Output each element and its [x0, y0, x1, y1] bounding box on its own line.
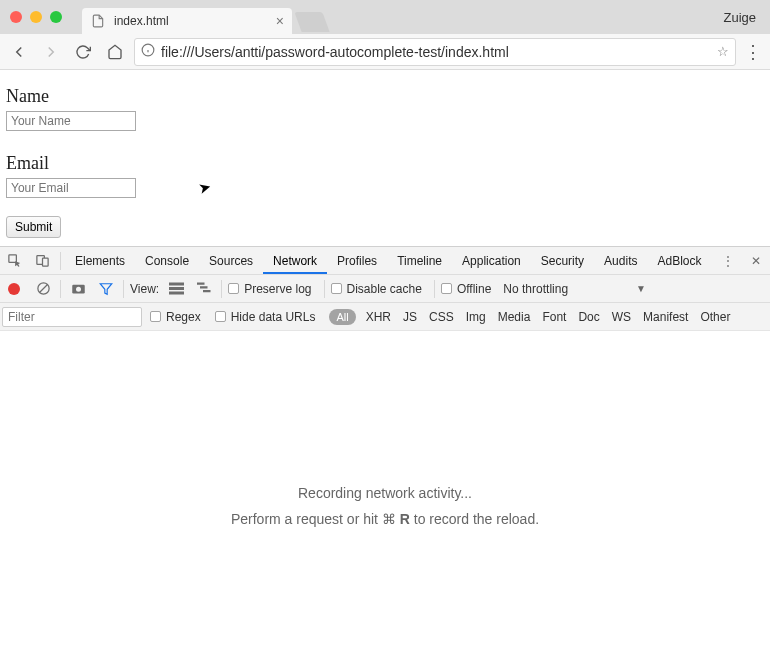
- tab-network[interactable]: Network: [263, 247, 327, 274]
- window-titlebar: index.html × Zuige: [0, 0, 770, 34]
- file-icon: [90, 13, 106, 29]
- submit-button[interactable]: Submit: [6, 216, 61, 238]
- filter-doc[interactable]: Doc: [576, 308, 601, 326]
- window-close-button[interactable]: [10, 11, 22, 23]
- tab-profiles[interactable]: Profiles: [327, 247, 387, 274]
- reload-button[interactable]: [70, 39, 96, 65]
- window-traffic-lights: [0, 11, 62, 23]
- filter-icon[interactable]: [95, 282, 117, 296]
- tab-adblock[interactable]: AdBlock: [647, 247, 711, 274]
- filter-xhr[interactable]: XHR: [364, 308, 393, 326]
- profile-name[interactable]: Zuige: [723, 10, 756, 25]
- bookmark-star-icon[interactable]: ☆: [717, 44, 729, 59]
- filter-all[interactable]: All: [329, 309, 355, 325]
- filter-input[interactable]: [2, 307, 142, 327]
- large-rows-icon[interactable]: [165, 282, 187, 295]
- svg-point-9: [76, 287, 81, 292]
- name-label: Name: [6, 86, 764, 107]
- filter-manifest[interactable]: Manifest: [641, 308, 690, 326]
- network-empty-state: Recording network activity... Perform a …: [0, 331, 770, 669]
- tab-sources[interactable]: Sources: [199, 247, 263, 274]
- waterfall-view-icon[interactable]: [193, 282, 215, 295]
- tab-application[interactable]: Application: [452, 247, 531, 274]
- view-label: View:: [130, 282, 159, 296]
- svg-rect-5: [42, 258, 48, 266]
- filter-ws[interactable]: WS: [610, 308, 633, 326]
- offline-checkbox[interactable]: Offline: [441, 282, 491, 296]
- name-input[interactable]: [6, 111, 136, 131]
- tab-audits[interactable]: Audits: [594, 247, 647, 274]
- filter-css[interactable]: CSS: [427, 308, 456, 326]
- svg-line-7: [39, 285, 47, 293]
- svg-rect-16: [203, 290, 211, 292]
- browser-tab-active[interactable]: index.html ×: [82, 8, 292, 34]
- svg-rect-13: [169, 292, 184, 295]
- devtools-close-icon[interactable]: ✕: [742, 254, 770, 268]
- url-text: file:///Users/antti/password-autocomplet…: [161, 44, 711, 60]
- svg-rect-14: [197, 283, 205, 285]
- capture-screenshot-icon[interactable]: [67, 282, 89, 295]
- chevron-down-icon: ▼: [636, 283, 646, 294]
- email-label: Email: [6, 153, 764, 174]
- network-toolbar: View: Preserve log Disable cache Offline…: [0, 275, 770, 303]
- home-button[interactable]: [102, 39, 128, 65]
- window-minimize-button[interactable]: [30, 11, 42, 23]
- back-button[interactable]: [6, 39, 32, 65]
- tab-close-icon[interactable]: ×: [276, 13, 284, 29]
- browser-tabstrip: index.html ×: [82, 0, 326, 34]
- filter-img[interactable]: Img: [464, 308, 488, 326]
- filter-other[interactable]: Other: [698, 308, 732, 326]
- svg-rect-15: [200, 286, 208, 288]
- window-zoom-button[interactable]: [50, 11, 62, 23]
- filter-font[interactable]: Font: [540, 308, 568, 326]
- browser-menu-button[interactable]: ⋮: [742, 41, 764, 63]
- devtools: Elements Console Sources Network Profile…: [0, 246, 770, 669]
- svg-marker-10: [100, 283, 112, 294]
- email-input[interactable]: [6, 178, 136, 198]
- address-bar[interactable]: file:///Users/antti/password-autocomplet…: [134, 38, 736, 66]
- tab-title: index.html: [114, 14, 270, 28]
- preserve-log-checkbox[interactable]: Preserve log: [228, 282, 311, 296]
- inspect-element-icon[interactable]: [0, 253, 28, 268]
- empty-line2: Perform a request or hit ⌘ R to record t…: [231, 511, 539, 527]
- devtools-menu-icon[interactable]: ⋮: [714, 254, 742, 268]
- disable-cache-checkbox[interactable]: Disable cache: [331, 282, 422, 296]
- page-body: Name Email Submit: [0, 70, 770, 246]
- filter-js[interactable]: JS: [401, 308, 419, 326]
- svg-rect-11: [169, 283, 184, 286]
- tab-console[interactable]: Console: [135, 247, 199, 274]
- browser-toolbar: file:///Users/antti/password-autocomplet…: [0, 34, 770, 70]
- clear-icon[interactable]: [32, 281, 54, 296]
- regex-checkbox[interactable]: Regex: [150, 310, 201, 324]
- devtools-tabbar: Elements Console Sources Network Profile…: [0, 247, 770, 275]
- new-tab-button[interactable]: [294, 12, 329, 32]
- network-filter-bar: Regex Hide data URLs All XHR JS CSS Img …: [0, 303, 770, 331]
- filter-media[interactable]: Media: [496, 308, 533, 326]
- site-info-icon[interactable]: [141, 43, 155, 60]
- tab-elements[interactable]: Elements: [65, 247, 135, 274]
- hide-data-urls-checkbox[interactable]: Hide data URLs: [215, 310, 316, 324]
- tab-timeline[interactable]: Timeline: [387, 247, 452, 274]
- forward-button[interactable]: [38, 39, 64, 65]
- tab-security[interactable]: Security: [531, 247, 594, 274]
- record-button[interactable]: [8, 283, 20, 295]
- device-toolbar-icon[interactable]: [28, 253, 56, 268]
- throttling-select[interactable]: No throttling ▼: [503, 282, 652, 296]
- svg-rect-12: [169, 287, 184, 290]
- empty-line1: Recording network activity...: [298, 485, 472, 501]
